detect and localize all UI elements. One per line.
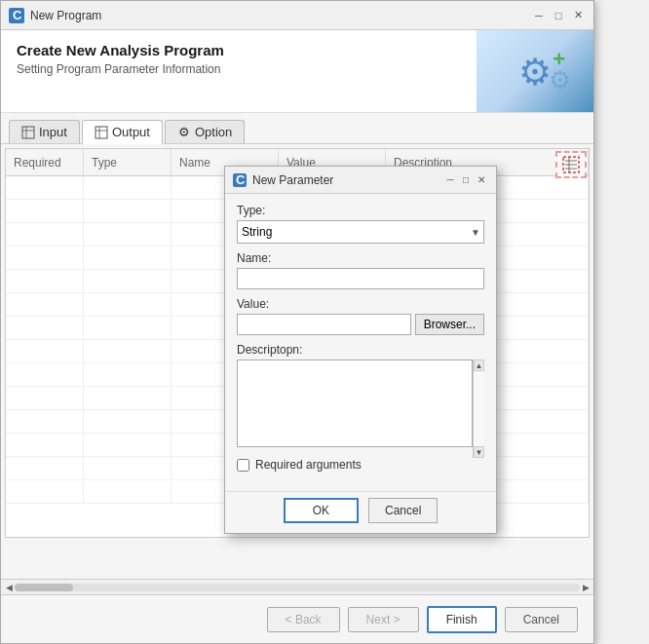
description-wrapper: ▲ ▼ bbox=[237, 360, 484, 458]
scroll-up-icon[interactable]: ▲ bbox=[474, 360, 484, 371]
dialog-title-bar: C New Parameter ─ □ ✕ bbox=[225, 167, 496, 194]
scroll-body bbox=[474, 371, 484, 446]
value-input[interactable] bbox=[237, 314, 411, 335]
browser-button[interactable]: Browser... bbox=[415, 314, 484, 335]
type-label: Type: bbox=[237, 204, 484, 217]
required-checkbox[interactable] bbox=[237, 459, 249, 472]
value-label: Value: bbox=[237, 297, 484, 311]
svg-text:C: C bbox=[236, 173, 246, 187]
new-parameter-dialog: C New Parameter ─ □ ✕ Type: String Integ… bbox=[224, 166, 497, 534]
dialog-ok-button[interactable]: OK bbox=[284, 498, 359, 523]
value-row: Browser... bbox=[237, 314, 484, 335]
name-input[interactable] bbox=[237, 268, 484, 289]
dialog-overlay: C New Parameter ─ □ ✕ Type: String Integ… bbox=[0, 0, 649, 644]
required-checkbox-label: Required arguments bbox=[255, 458, 362, 472]
dialog-restore-button[interactable]: □ bbox=[459, 173, 473, 187]
textarea-scrollbar: ▲ ▼ bbox=[473, 360, 484, 458]
dialog-cancel-button[interactable]: Cancel bbox=[368, 498, 438, 523]
required-row: Required arguments bbox=[237, 458, 484, 472]
name-label: Name: bbox=[237, 251, 484, 265]
dialog-title-text: New Parameter bbox=[252, 173, 443, 187]
type-select[interactable]: String Integer Float Boolean File bbox=[237, 220, 484, 244]
dialog-close-button[interactable]: ✕ bbox=[475, 173, 488, 187]
description-label: Descriptopn: bbox=[237, 343, 484, 357]
dialog-buttons: OK Cancel bbox=[225, 491, 496, 533]
description-textarea[interactable] bbox=[237, 360, 473, 447]
type-select-wrapper: String Integer Float Boolean File ▼ bbox=[237, 220, 484, 244]
dialog-minimize-button[interactable]: ─ bbox=[443, 173, 457, 187]
dialog-body: Type: String Integer Float Boolean File … bbox=[225, 194, 496, 491]
dialog-controls: ─ □ ✕ bbox=[443, 173, 488, 187]
scroll-down-icon[interactable]: ▼ bbox=[474, 446, 484, 458]
dialog-title-icon: C bbox=[233, 173, 247, 187]
